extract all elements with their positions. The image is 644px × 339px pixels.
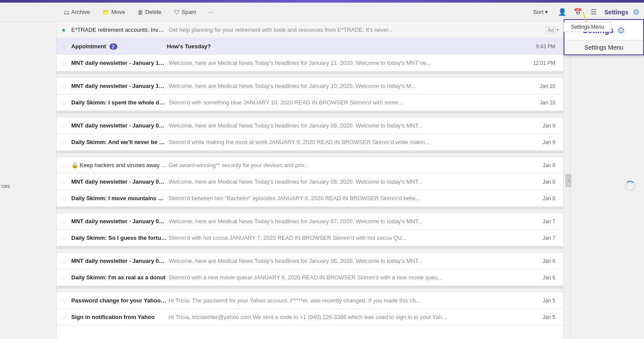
star-mnt10[interactable]: ☆ <box>61 83 71 90</box>
more-label: ··· <box>209 9 213 15</box>
table-row[interactable]: ☆ Daily Skimm: And we'll never be royals… <box>56 134 563 151</box>
table-row[interactable]: ★ E*TRADE retirement accounts: Invest in… <box>56 22 563 38</box>
calendar-icon: 📅 <box>574 8 582 16</box>
table-row[interactable]: ☆ Daily Skimm: So I guess the fortune te… <box>56 230 563 246</box>
spam-button[interactable]: 🛡 Spam <box>171 7 199 17</box>
star-signin[interactable]: ☆ <box>61 314 71 321</box>
star-mnt11[interactable]: ☆ <box>61 60 71 67</box>
star-mnt08[interactable]: ☆ <box>61 178 71 185</box>
sender-skimm10: Daily Skimm: I spent the whole day in my… <box>71 99 167 106</box>
badge-appointment: 2 <box>110 44 117 50</box>
settings-popup-gear-icon: ⚙ <box>617 25 625 36</box>
sender-mnt10: MNT daily newsletter - January 10, 20... <box>71 83 167 89</box>
collapse-arrow[interactable]: › <box>565 174 571 187</box>
toolbar-right: Sort ▾ 👤 📅 ☰ Settings ⚙ <box>530 6 640 19</box>
email-list-container: ces ★ E*TRADE retirement accounts: Inves… <box>0 22 644 339</box>
star-mountains[interactable]: ☆ <box>61 195 71 202</box>
spam-label: Spam <box>182 9 196 15</box>
group-separator <box>56 207 563 213</box>
settings-gear-button[interactable]: ⚙ <box>633 7 640 17</box>
table-row[interactable]: ☆ Daily Skimm: I spent the whole day in … <box>56 94 563 111</box>
sender-mountains: Daily Skimm: I move mountains on my o... <box>71 195 167 201</box>
subject-skimm10: Skimm'd with something blue JANUARY 10, … <box>167 99 524 106</box>
time-appointment: 9:43 PM <box>524 44 559 50</box>
subject-appointment: How's Tuesday? <box>167 43 524 50</box>
sidebar-text: ces <box>0 181 12 191</box>
star-norton[interactable]: ☆ <box>61 162 71 169</box>
time-mnt06: Jan 6 <box>524 258 559 264</box>
list-icon-button[interactable]: ☰ <box>587 6 600 19</box>
subject-mountains: Skimm'd between two "Bachelor" episodes … <box>167 195 524 201</box>
table-row[interactable]: ☆ Appointment 2 How's Tuesday? 9:43 PM <box>56 38 563 55</box>
settings-gear-icon: ⚙ <box>633 8 640 17</box>
star-donut[interactable]: ☆ <box>61 274 71 281</box>
subject-donut: Skimm'd with a new movie queue JANUARY 6… <box>167 274 524 281</box>
group-separator <box>56 111 563 117</box>
sender-signin: Sign in notification from Yahoo <box>71 314 167 320</box>
table-row[interactable]: ☆ MNT daily newsletter - January 07, 20.… <box>56 213 563 230</box>
star-mnt07[interactable]: ☆ <box>61 218 71 225</box>
star-fortune[interactable]: ☆ <box>61 235 71 242</box>
table-row[interactable]: ☆ Password change for your Yahoo accou..… <box>56 292 563 309</box>
people-icon-button[interactable]: 👤 <box>556 6 569 19</box>
table-row[interactable]: ☆ MNT daily newsletter - January 11, 202… <box>56 55 563 71</box>
settings-menu-item[interactable]: Settings Menu <box>564 40 643 54</box>
table-row[interactable]: ☆ MNT daily newsletter - January 06, 20.… <box>56 253 563 269</box>
group-separator <box>56 246 563 253</box>
sender-fortune: Daily Skimm: So I guess the fortune tell… <box>71 235 167 241</box>
archive-label: Archive <box>71 9 90 15</box>
subject-norton: Get award-winning** security for your de… <box>167 162 524 168</box>
table-row[interactable]: ☆ MNT daily newsletter - January 08, 20.… <box>56 174 563 190</box>
more-button[interactable]: ··· <box>206 7 216 17</box>
settings-popup: Settings ⚙ Settings Menu <box>564 19 644 55</box>
subject-mnt11: Welcome, here are Medical News Today's h… <box>167 60 524 66</box>
sender-mnt08: MNT daily newsletter - January 08, 20... <box>71 178 167 185</box>
calendar-icon-button[interactable]: 📅 <box>571 6 584 19</box>
move-label: Move <box>111 9 125 15</box>
sort-button[interactable]: Sort ▾ <box>530 7 551 17</box>
email-list[interactable]: ★ E*TRADE retirement accounts: Invest in… <box>56 22 563 339</box>
group-separator <box>56 151 563 157</box>
star-appointment[interactable]: ☆ <box>61 43 71 50</box>
table-row[interactable]: ☆ Sign in notification from Yahoo Hi Tri… <box>56 309 563 326</box>
subject-password: Hi Tricia, The password for your Yahoo a… <box>167 297 524 304</box>
list-icon: ☰ <box>591 8 597 16</box>
sender-mnt11: MNT daily newsletter - January 11, 2020 <box>71 60 167 66</box>
sidebar: ces <box>0 22 56 339</box>
settings-link[interactable]: Settings <box>604 9 628 16</box>
table-row[interactable]: ☆ Daily Skimm: I move mountains on my o.… <box>56 190 563 207</box>
sender-donut: Daily Skimm: I'm as real as a donut <box>71 274 167 281</box>
time-mnt08: Jan 8 <box>524 179 559 185</box>
header-icons: 👤 📅 ☰ <box>556 6 600 19</box>
subject-fortune: Skimm'd with hot cocoa JANUARY 7, 2020 R… <box>167 235 524 241</box>
archive-button[interactable]: 🗂 Archive <box>61 7 93 17</box>
table-row[interactable]: ☆ MNT daily newsletter - January 09, 20.… <box>56 117 563 134</box>
star-skimm10[interactable]: ☆ <box>61 99 71 106</box>
table-row[interactable]: ☆ Daily Skimm: I'm as real as a donut Sk… <box>56 269 563 286</box>
delete-button[interactable]: 🗑 Delete <box>135 7 164 17</box>
star-password[interactable]: ☆ <box>61 297 71 304</box>
time-royals: Jan 9 <box>524 139 559 145</box>
sender-appointment: Appointment 2 <box>71 43 167 50</box>
ad-preview: Get help planning for your retirement wi… <box>167 27 543 33</box>
sender-password: Password change for your Yahoo accou... <box>71 297 167 304</box>
star-royals[interactable]: ☆ <box>61 139 71 146</box>
table-row[interactable]: ☆ MNT daily newsletter - January 10, 20.… <box>56 78 563 94</box>
time-fortune: Jan 7 <box>524 235 559 241</box>
ad-sender: E*TRADE retirement accounts: Invest in y… <box>71 27 167 33</box>
time-mnt10: Jan 10 <box>524 83 559 89</box>
table-row[interactable]: ☆ 🔒 Keep hackers and viruses away from y… <box>56 157 563 174</box>
group-separator <box>56 286 563 292</box>
ad-dropdown[interactable]: ▾ <box>557 27 559 32</box>
time-mnt11: 12:01 PM <box>524 60 559 66</box>
subject-royals: Skimm'd while making the most at work JA… <box>167 139 524 145</box>
time-mountains: Jan 8 <box>524 195 559 201</box>
subject-mnt06: Welcome, here are Medical News Today's h… <box>167 258 524 264</box>
toolbar-left: 🗂 Archive 📁 Move 🗑 Delete 🛡 Spam ··· <box>4 7 530 17</box>
move-button[interactable]: 📁 Move <box>100 7 128 17</box>
star-mnt06[interactable]: ☆ <box>61 258 71 265</box>
spam-icon: 🛡 <box>174 9 180 16</box>
star-mnt09[interactable]: ☆ <box>61 122 71 129</box>
sender-mnt07: MNT daily newsletter - January 07, 20... <box>71 218 167 225</box>
settings-popup-header: Settings ⚙ <box>564 20 643 40</box>
